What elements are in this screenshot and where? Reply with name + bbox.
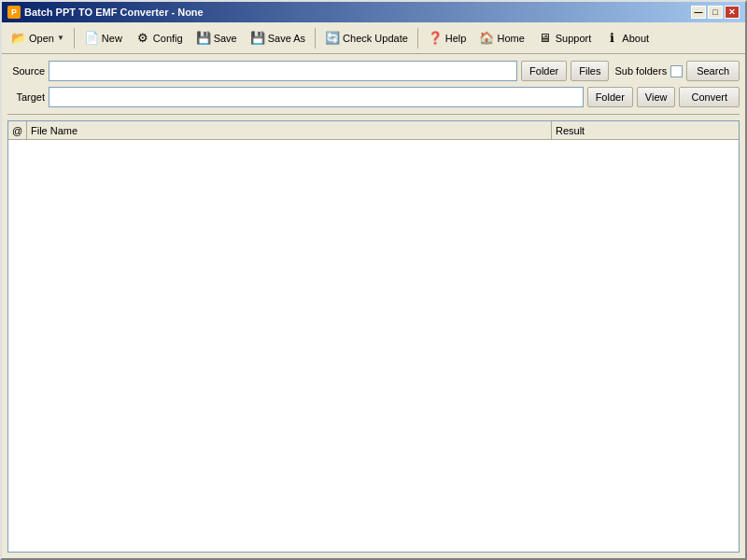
check-update-button[interactable]: 🔄 Check Update — [319, 26, 414, 50]
title-bar: P Batch PPT TO EMF Converter - None — □ … — [2, 2, 745, 22]
col-filename-header: File Name — [27, 121, 552, 139]
close-button[interactable]: ✕ — [725, 6, 740, 19]
save-icon: 💾 — [196, 31, 211, 46]
toolbar: 📂 Open ▼ 📄 New ⚙ Config 💾 Save 💾 Save As… — [2, 22, 745, 54]
source-input[interactable] — [49, 61, 517, 81]
source-label: Source — [7, 65, 45, 77]
separator-3 — [417, 28, 418, 49]
app-icon: P — [7, 6, 21, 19]
file-list-body — [8, 140, 739, 513]
target-label: Target — [7, 91, 45, 103]
source-row: Source Folder Files Sub folders Search — [7, 60, 740, 82]
sub-folders-checkbox[interactable] — [670, 65, 683, 77]
divider — [7, 114, 740, 115]
title-bar-left: P Batch PPT TO EMF Converter - None — [7, 6, 204, 19]
target-input[interactable] — [49, 87, 584, 107]
save-button[interactable]: 💾 Save — [190, 26, 243, 50]
maximize-button[interactable]: □ — [708, 6, 723, 19]
config-icon: ⚙ — [135, 31, 150, 46]
main-window: P Batch PPT TO EMF Converter - None — □ … — [0, 0, 747, 560]
target-row: Target Folder View Convert — [7, 86, 740, 108]
help-button[interactable]: ❓ Help — [422, 26, 472, 50]
config-button[interactable]: ⚙ Config — [130, 26, 189, 50]
open-dropdown-arrow[interactable]: ▼ — [57, 34, 64, 42]
convert-button[interactable]: Convert — [679, 87, 740, 107]
separator-2 — [315, 28, 316, 49]
new-button[interactable]: 📄 New — [78, 26, 128, 50]
content-area: Source Folder Files Sub folders Search T… — [2, 54, 745, 558]
source-folder-button[interactable]: Folder — [521, 61, 567, 81]
target-view-button[interactable]: View — [637, 87, 676, 107]
title-controls: — □ ✕ — [691, 6, 740, 19]
file-list[interactable]: @ File Name Result — [7, 120, 740, 553]
about-button[interactable]: ℹ About — [599, 26, 655, 50]
col-result-header: Result — [552, 121, 739, 139]
home-button[interactable]: 🏠 Home — [473, 26, 529, 50]
save-as-icon: 💾 — [250, 31, 265, 46]
about-icon: ℹ — [604, 31, 619, 46]
minimize-button[interactable]: — — [691, 6, 706, 19]
home-icon: 🏠 — [479, 31, 494, 46]
file-list-header: @ File Name Result — [8, 121, 739, 140]
support-button[interactable]: 🖥 Support — [532, 26, 598, 50]
save-as-button[interactable]: 💾 Save As — [245, 26, 311, 50]
support-icon: 🖥 — [538, 31, 553, 46]
search-button[interactable]: Search — [686, 61, 740, 81]
separator-1 — [74, 28, 75, 49]
col-at-header: @ — [8, 121, 27, 139]
new-icon: 📄 — [84, 31, 99, 46]
open-icon: 📂 — [11, 31, 26, 46]
target-folder-button[interactable]: Folder — [587, 87, 633, 107]
sub-folders-label: Sub folders — [614, 65, 667, 77]
window-title: Batch PPT TO EMF Converter - None — [24, 7, 204, 18]
check-update-icon: 🔄 — [325, 31, 340, 46]
open-button[interactable]: 📂 Open ▼ — [6, 26, 70, 50]
help-icon: ❓ — [428, 31, 443, 46]
source-files-button[interactable]: Files — [571, 61, 609, 81]
